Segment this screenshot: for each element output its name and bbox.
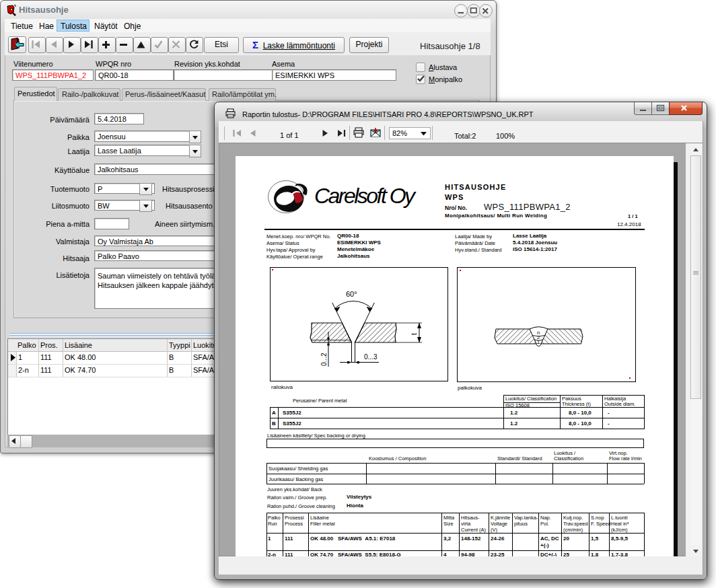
svg-text:t: t [410,333,418,335]
svg-text:Carelsoft Oy: Carelsoft Oy [314,184,417,208]
svg-text:1: 1 [537,339,540,345]
svg-text:0...2: 0...2 [320,353,328,366]
svg-text:0...3: 0...3 [364,353,378,361]
svg-text:60°: 60° [346,290,357,298]
